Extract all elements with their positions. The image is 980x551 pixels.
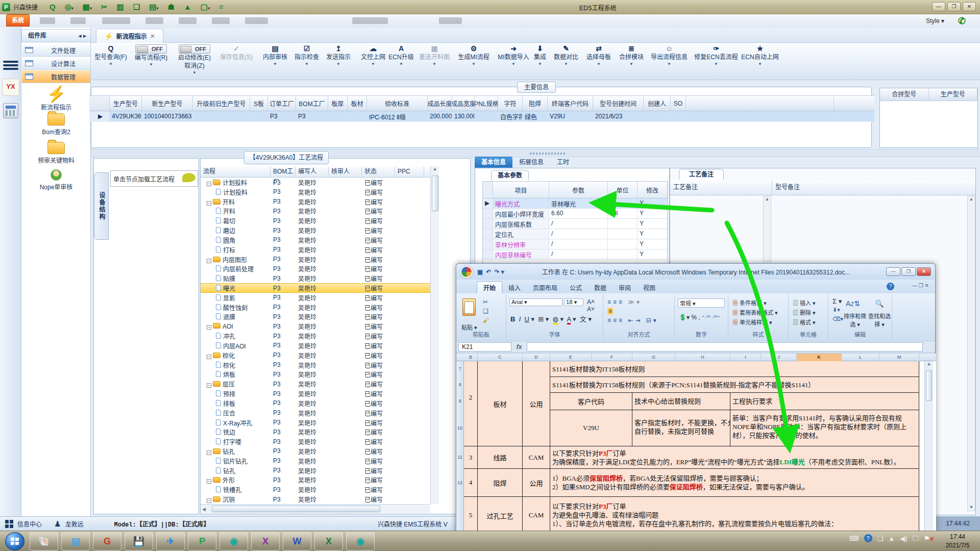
sidebar-item-0[interactable]: ⚡新流程指示: [22, 85, 90, 111]
grid-column-header[interactable]: 验收标准: [367, 96, 428, 111]
sheet-cell[interactable]: 1）BGA必须保留阻焊桥，若BGA处无法保留阻焊桥，需要与顾客确认；2）如果SM…: [550, 469, 919, 497]
grid-column-header[interactable]: 板厚: [328, 96, 348, 111]
excel-row-header[interactable]: 12: [456, 480, 463, 485]
monitor-icon[interactable]: ▢▾: [201, 3, 210, 12]
tree-column-header[interactable]: 编写人: [296, 166, 329, 177]
tab-basic-params[interactable]: 基本参数: [491, 170, 529, 181]
grid-cell[interactable]: ▶: [89, 111, 110, 121]
tree-row[interactable]: 铣槽孔P3吴艳玲已编写: [201, 485, 430, 494]
excel-close-button[interactable]: ✕: [917, 267, 931, 276]
tree-row[interactable]: 内层前处理P3吴艳玲已编写: [201, 264, 430, 273]
search-icon[interactable]: Q: [50, 3, 56, 11]
sheet-cell[interactable]: 5: [464, 497, 478, 534]
grid-column-header[interactable]: 字符: [498, 96, 523, 111]
sheet-cell[interactable]: 以下要求只针对P3厂订单为避免盘中孔曝油、或有绿油帽问题1）、当订单走负片电镀流…: [550, 497, 919, 534]
align-middle-active[interactable]: ≡: [607, 308, 613, 315]
excel-restore-button[interactable]: ❐: [901, 267, 916, 276]
excel-column-header[interactable]: L: [842, 354, 879, 361]
grid-cell[interactable]: IPC-6012 Ⅱ级: [367, 111, 428, 121]
sheet-cell[interactable]: 技术中心给出替换规则: [632, 393, 730, 410]
sidebar-item-1[interactable]: Bom查询2: [22, 113, 90, 136]
workbook-window-buttons[interactable]: — ❐ ✕: [912, 283, 929, 288]
excel-minimize-button[interactable]: —: [886, 267, 900, 276]
grid-cell[interactable]: P3: [268, 111, 296, 121]
fill-color-button[interactable]: ◍: [553, 315, 558, 324]
params-column-header[interactable]: 单位: [608, 182, 638, 198]
undo-icon[interactable]: ↶: [486, 268, 491, 276]
info-center-icon[interactable]: [5, 520, 13, 528]
excel-column-header[interactable]: G: [632, 354, 675, 361]
merge-column-header[interactable]: 合拼型号: [880, 88, 929, 101]
tree-row[interactable]: 压合P3吴艳玲已编写: [201, 408, 430, 418]
flag-icon[interactable]: ⚑✘: [924, 535, 934, 542]
decimal-buttons[interactable]: ⁺·⁰⁰ ·⁰⁰⁺: [702, 315, 720, 320]
copy-icon[interactable]: ❏: [483, 308, 488, 315]
menu-system[interactable]: 系统: [6, 14, 30, 27]
toolbar-button-18[interactable]: ★ECN自动上网▼: [732, 44, 788, 67]
tree-column-header[interactable]: 流程: [201, 166, 271, 177]
tree-row[interactable]: 铝片钻孔P3吴艳玲已编写: [201, 456, 430, 466]
grid-icon[interactable]: ▦▾: [83, 3, 92, 12]
sheet-cell[interactable]: V29U: [550, 410, 632, 446]
tree-row[interactable]: −沉铜P3吴艳玲已编写: [201, 494, 430, 504]
grid-column-header[interactable]: 阻焊: [523, 96, 548, 111]
grid-cell[interactable]: 2021/6/23: [593, 111, 644, 121]
sheet-cell[interactable]: 以下要求只针对P3厂订单为确保精度，对于满足LDI定位孔能力的，ERP“曝光”流…: [550, 446, 919, 469]
valign-buttons[interactable]: ≡≡≡ ≫▾: [607, 298, 642, 306]
styles-item[interactable]: ▦ 条件格式 ▾: [732, 298, 767, 307]
grid-column-header[interactable]: PNL规格: [475, 96, 498, 111]
volume-icon[interactable]: ◀): [900, 535, 907, 542]
formula-input[interactable]: [527, 342, 923, 352]
taskbar-button-word-icon[interactable]: W: [283, 532, 311, 550]
taskbar-button-notepad-icon[interactable]: ▤: [61, 532, 90, 550]
halign-buttons[interactable]: ≡≡≡ ⇤⇥ ⊟▾: [607, 317, 658, 324]
tree-row[interactable]: −棕化P3吴艳玲已编写: [201, 350, 430, 360]
taskbar-button-excel-icon[interactable]: X: [314, 532, 343, 550]
sidebar-group-2[interactable]: 数据管理: [22, 70, 90, 83]
excel-tab-数据[interactable]: 数据: [588, 282, 612, 293]
params-row[interactable]: 内层菲林编号/Y: [483, 249, 668, 260]
font-name-select[interactable]: Arial ▾: [509, 298, 562, 306]
tab-拓展信息[interactable]: 拓展信息: [512, 157, 550, 168]
excel-column-header[interactable]: H: [675, 354, 730, 361]
copy-icon[interactable]: ❏: [133, 3, 140, 12]
tab-基本信息[interactable]: 基本信息: [475, 157, 512, 168]
sidebar-nav-arrows[interactable]: ◂ ▸: [79, 30, 86, 42]
sheet-cell[interactable]: 客户代码: [550, 393, 632, 410]
tab-close-icon[interactable]: ✕: [150, 33, 155, 40]
params-row[interactable]: 定位孔/Y: [483, 229, 668, 239]
tree-row[interactable]: 裁切P3吴艳玲已编写: [201, 216, 430, 226]
more-icon[interactable]: =: [219, 3, 224, 11]
tree-row[interactable]: 磨边P3吴艳玲已编写: [201, 226, 430, 235]
taskbar-button-disc-icon[interactable]: ◉: [219, 532, 248, 550]
fill-button[interactable]: ⬇▾: [832, 307, 840, 313]
tree-row[interactable]: 排板P3吴艳玲已编写: [201, 398, 430, 408]
autosum-button[interactable]: Σ ▾: [832, 297, 842, 305]
tree-row[interactable]: 预排P3吴艳玲已编写: [201, 389, 430, 398]
tree-row[interactable]: 贴膜P3吴艳玲已编写: [201, 273, 430, 283]
excel-row-header[interactable]: 11: [456, 455, 463, 460]
tree-column-header[interactable]: PPC: [395, 166, 424, 177]
fx-icon[interactable]: fx: [511, 343, 527, 350]
grid-cell[interactable]: 4V29UK36A0: [110, 111, 142, 121]
tree-row[interactable]: 铣边P3吴艳玲已编写: [201, 427, 430, 437]
tree-row[interactable]: −层压P3吴艳玲已编写: [201, 379, 430, 389]
currency-button[interactable]: 💲: [679, 314, 687, 321]
excel-tab-公式[interactable]: 公式: [564, 282, 588, 293]
clear-button[interactable]: ⌫▾: [832, 316, 843, 322]
phonetic-button[interactable]: 文 ▾: [580, 315, 592, 323]
find-select-button[interactable]: 查找和选择 ▾: [867, 312, 892, 328]
grid-column-header[interactable]: SO: [671, 96, 686, 111]
sidebar-item-2[interactable]: 预审关键物料: [22, 142, 90, 164]
grid-cell[interactable]: [250, 111, 268, 121]
tree-row[interactable]: −外形P3吴艳玲已编写: [201, 475, 430, 485]
grid-column-header[interactable]: BOM工厂: [296, 96, 328, 111]
percent-button[interactable]: %: [691, 314, 697, 321]
taskbar-button-floppy-icon[interactable]: 💾: [125, 532, 153, 550]
params-row[interactable]: ▶曝光方式菲林曝光Y: [483, 198, 668, 209]
cells-item[interactable]: ▥ 删除 ▾: [793, 308, 816, 316]
italic-button[interactable]: I: [519, 315, 521, 323]
sheet-cell[interactable]: 新单：当客户有要求用S1141时，与客确认采用符合现有规NOPE单和NOPE更改…: [730, 410, 919, 446]
params-row[interactable]: 菲林分辨率/Y: [483, 239, 668, 249]
excel-help-icon[interactable]: ?: [887, 283, 894, 290]
